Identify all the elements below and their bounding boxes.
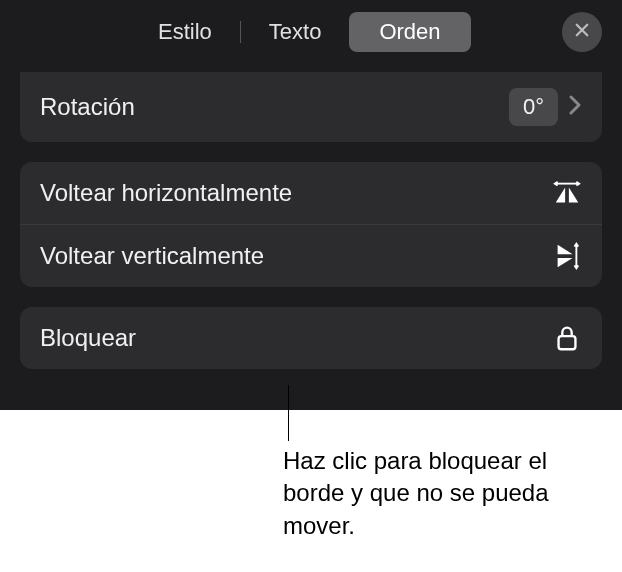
callout-text: Haz clic para bloquear el borde y que no… xyxy=(283,445,593,542)
flip-vertical-icon xyxy=(552,241,582,271)
rotation-group: Rotación 0° xyxy=(20,72,602,142)
flip-vertical-label: Voltear verticalmente xyxy=(40,242,552,270)
tab-bar: Estilo Texto Orden xyxy=(0,0,622,72)
format-panel: Estilo Texto Orden Rotación 0° xyxy=(0,0,622,410)
lock-row[interactable]: Bloquear xyxy=(20,307,602,369)
rotation-value: 0° xyxy=(509,88,558,126)
svg-marker-3 xyxy=(569,187,578,202)
svg-rect-8 xyxy=(559,336,576,349)
svg-marker-2 xyxy=(556,187,565,202)
flip-horizontal-row[interactable]: Voltear horizontalmente xyxy=(20,162,602,225)
tabs: Estilo Texto Orden xyxy=(130,12,471,52)
chevron-right-icon xyxy=(568,94,582,120)
flip-group: Voltear horizontalmente Voltear vertical… xyxy=(20,162,602,287)
close-icon xyxy=(573,21,591,43)
lock-icon xyxy=(552,323,582,353)
tab-arrange[interactable]: Orden xyxy=(349,12,470,52)
flip-horizontal-label: Voltear horizontalmente xyxy=(40,179,552,207)
rotation-row[interactable]: Rotación 0° xyxy=(20,72,602,142)
svg-marker-6 xyxy=(558,258,573,267)
tab-text[interactable]: Texto xyxy=(241,12,350,52)
lock-group: Bloquear xyxy=(20,307,602,369)
flip-horizontal-icon xyxy=(552,178,582,208)
lock-label: Bloquear xyxy=(40,324,552,352)
rotation-label: Rotación xyxy=(40,93,509,121)
tab-style[interactable]: Estilo xyxy=(130,12,240,52)
flip-vertical-row[interactable]: Voltear verticalmente xyxy=(20,225,602,287)
close-button[interactable] xyxy=(562,12,602,52)
svg-marker-5 xyxy=(558,245,573,254)
callout-leader-line xyxy=(288,385,289,441)
